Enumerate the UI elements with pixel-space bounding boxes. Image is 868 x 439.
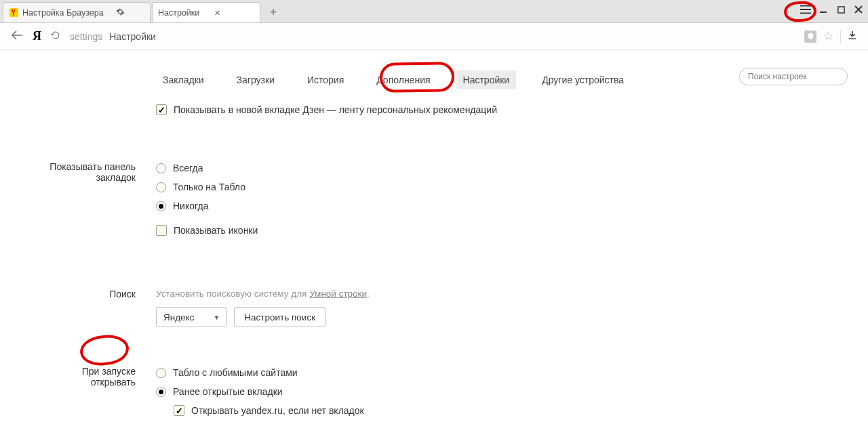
radio-icon bbox=[156, 182, 166, 192]
back-button[interactable] bbox=[11, 30, 23, 42]
chevron-down-icon: ▼ bbox=[213, 314, 220, 321]
show-icons-checkbox[interactable]: Показывать иконки bbox=[156, 225, 841, 236]
radio-icon bbox=[156, 201, 166, 211]
tab-title: Настройка Браузера bbox=[22, 8, 104, 18]
omnibox[interactable]: settings Настройки bbox=[70, 31, 795, 42]
browser-tab-1[interactable]: Настройки × bbox=[152, 2, 260, 22]
star-icon[interactable]: ☆ bbox=[823, 29, 833, 43]
yandex-logo-icon[interactable]: Я bbox=[33, 29, 41, 43]
settings-top-nav: Закладки Загрузки История Дополнения Нас… bbox=[0, 70, 868, 89]
search-input[interactable] bbox=[739, 68, 848, 85]
nav-downloads[interactable]: Загрузки bbox=[230, 70, 281, 89]
divider bbox=[840, 30, 841, 43]
nav-history[interactable]: История bbox=[300, 70, 351, 89]
address-page: Настройки bbox=[109, 31, 156, 42]
svg-rect-0 bbox=[9, 8, 18, 17]
nav-addons[interactable]: Дополнения bbox=[370, 70, 437, 89]
open-yandex-checkbox[interactable]: Открывать yandex.ru, если нет вкладок bbox=[174, 405, 841, 416]
shield-icon[interactable] bbox=[804, 30, 816, 43]
settings-search bbox=[739, 68, 848, 85]
section-bookmarks-panel: Показывать панель закладок bbox=[0, 161, 136, 183]
search-engine-select[interactable]: Яндекс ▼ bbox=[156, 307, 227, 327]
maximize-button[interactable] bbox=[835, 4, 846, 15]
configure-search-button[interactable]: Настроить поиск bbox=[234, 307, 326, 327]
download-icon[interactable] bbox=[848, 30, 857, 42]
nav-bookmarks[interactable]: Закладки bbox=[156, 70, 211, 89]
settings-page: Закладки Загрузки История Дополнения Нас… bbox=[0, 50, 868, 439]
tab-strip: Настройка Браузера Настройки × + bbox=[0, 0, 868, 23]
radio-never[interactable]: Никогда bbox=[156, 201, 841, 211]
radio-startup-tablo[interactable]: Табло с любимыми сайтами bbox=[156, 367, 841, 378]
new-tab-button[interactable]: + bbox=[266, 5, 281, 20]
nav-other-devices[interactable]: Другие устройства bbox=[535, 70, 631, 89]
minimize-button[interactable] bbox=[818, 4, 829, 15]
yandex-favicon bbox=[9, 8, 18, 18]
radio-icon bbox=[156, 368, 166, 378]
address-bar: Я settings Настройки ☆ bbox=[0, 23, 868, 50]
address-scheme: settings bbox=[70, 31, 102, 42]
checkbox-icon bbox=[156, 225, 167, 236]
tab-title: Настройки bbox=[158, 8, 199, 18]
section-search: Поиск bbox=[0, 289, 136, 299]
window-close-button[interactable] bbox=[853, 4, 864, 15]
svg-rect-1 bbox=[837, 6, 844, 12]
nav-settings[interactable]: Настройки bbox=[456, 70, 517, 89]
checkbox-icon bbox=[156, 104, 167, 115]
gear-icon bbox=[116, 7, 125, 18]
hamburger-menu-icon[interactable] bbox=[800, 4, 811, 15]
radio-always[interactable]: Всегда bbox=[156, 163, 841, 173]
radio-tablo-only[interactable]: Только на Табло bbox=[156, 182, 841, 192]
section-startup: При запуске открывать bbox=[0, 366, 136, 388]
close-icon[interactable]: × bbox=[214, 7, 220, 18]
radio-icon bbox=[156, 387, 166, 397]
reload-button[interactable] bbox=[51, 30, 60, 42]
radio-icon bbox=[156, 163, 166, 173]
search-hint: Установить поисковую систему для Умной с… bbox=[156, 289, 841, 299]
window-controls bbox=[800, 4, 864, 15]
radio-startup-restore[interactable]: Ранее открытые вкладки bbox=[156, 386, 841, 397]
zen-checkbox[interactable]: Показывать в новой вкладке Дзен — ленту … bbox=[156, 104, 841, 115]
zen-label: Показывать в новой вкладке Дзен — ленту … bbox=[174, 104, 497, 115]
smart-line-link[interactable]: Умной строки bbox=[309, 289, 367, 299]
browser-tab-0[interactable]: Настройка Браузера bbox=[3, 2, 151, 22]
checkbox-icon bbox=[174, 405, 184, 416]
